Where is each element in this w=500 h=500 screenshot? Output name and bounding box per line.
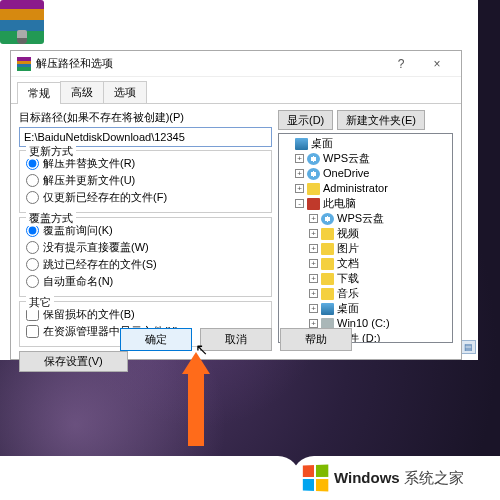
windows-logo-icon <box>303 464 328 491</box>
tree-label: 视频 <box>337 226 359 241</box>
cloud-icon <box>307 153 320 165</box>
expander-icon[interactable]: + <box>309 214 318 223</box>
overwrite-opt-skip[interactable]: 跳过已经存在的文件(S) <box>26 256 265 273</box>
expander-icon[interactable]: + <box>295 169 304 178</box>
ok-button[interactable]: 确定 <box>120 328 192 351</box>
winrar-icon <box>17 57 31 71</box>
tree-label: 文档 <box>337 256 359 271</box>
folder-icon <box>321 228 334 240</box>
folder-icon <box>307 183 320 195</box>
watermark-bar: Windows 系统之家 <box>292 456 500 500</box>
expander-icon[interactable]: + <box>309 244 318 253</box>
tree-label: WPS云盘 <box>337 211 384 226</box>
expander-icon[interactable]: + <box>309 274 318 283</box>
help-button[interactable]: 帮助 <box>280 328 352 351</box>
desktop-icon <box>321 303 334 315</box>
tree-item[interactable]: +OneDrive <box>281 166 450 181</box>
tree-label: 图片 <box>337 241 359 256</box>
folder-icon <box>321 273 334 285</box>
tree-item[interactable]: +音乐 <box>281 286 450 301</box>
expander-icon[interactable]: + <box>309 259 318 268</box>
radio[interactable] <box>26 258 39 271</box>
tree-item[interactable]: +视频 <box>281 226 450 241</box>
overwrite-opt-force[interactable]: 没有提示直接覆盖(W) <box>26 239 265 256</box>
cursor-icon: ↖ <box>195 340 208 359</box>
expander-icon[interactable]: + <box>309 319 318 328</box>
tree-label: 桌面 <box>337 301 359 316</box>
extract-dialog: 解压路径和选项 ? × 常规 高级 选项 目标路径(如果不存在将被创建)(P) … <box>10 50 462 360</box>
group-title: 其它 <box>26 295 54 310</box>
tree-item[interactable]: +下载 <box>281 271 450 286</box>
pc-red-icon <box>307 198 320 210</box>
update-mode-group: 更新方式 解压并替换文件(R) 解压并更新文件(U) 仅更新已经存在的文件(F) <box>19 150 272 213</box>
watermark-text: Windows 系统之家 <box>334 469 464 488</box>
tree-item[interactable]: +桌面 <box>281 301 450 316</box>
tree-item[interactable]: +WPS云盘 <box>281 151 450 166</box>
tree-item[interactable]: +WPS云盘 <box>281 211 450 226</box>
cloud-icon <box>321 213 334 225</box>
tree-label: WPS云盘 <box>323 151 370 166</box>
folder-icon <box>321 288 334 300</box>
tree-label: 桌面 <box>311 136 333 151</box>
tab-general[interactable]: 常规 <box>17 82 61 104</box>
expander-icon[interactable]: + <box>309 289 318 298</box>
tree-label: 音乐 <box>337 286 359 301</box>
display-button[interactable]: 显示(D) <box>278 110 333 130</box>
radio[interactable] <box>26 275 39 288</box>
tree-item[interactable]: -此电脑 <box>281 196 450 211</box>
group-title: 覆盖方式 <box>26 211 76 226</box>
close-button[interactable]: × <box>419 53 455 75</box>
tab-bar: 常规 高级 选项 <box>11 77 461 104</box>
tree-item[interactable]: 桌面 <box>281 136 450 151</box>
misc-keep-broken[interactable]: 保留损坏的文件(B) <box>26 306 265 323</box>
winrar-icon[interactable] <box>0 0 44 44</box>
expander-icon[interactable]: - <box>295 199 304 208</box>
view-icon[interactable]: ▤ <box>460 340 476 354</box>
tree-item[interactable]: +图片 <box>281 241 450 256</box>
tree-item[interactable]: +文档 <box>281 256 450 271</box>
group-title: 更新方式 <box>26 144 76 159</box>
new-folder-button[interactable]: 新建文件夹(E) <box>337 110 425 130</box>
folder-tree[interactable]: 桌面+WPS云盘+OneDrive+Administrator-此电脑+WPS云… <box>278 133 453 343</box>
tree-label: 此电脑 <box>323 196 356 211</box>
overwrite-mode-group: 覆盖方式 覆盖前询问(K) 没有提示直接覆盖(W) 跳过已经存在的文件(S) 自… <box>19 217 272 297</box>
watermark-bar <box>0 456 300 500</box>
update-opt-fresh[interactable]: 仅更新已经存在的文件(F) <box>26 189 265 206</box>
radio[interactable] <box>26 241 39 254</box>
titlebar[interactable]: 解压路径和选项 ? × <box>11 51 461 77</box>
tree-item[interactable]: +Administrator <box>281 181 450 196</box>
tree-label: Administrator <box>323 181 388 196</box>
folder-icon <box>321 243 334 255</box>
cancel-button[interactable]: 取消 <box>200 328 272 351</box>
tree-label: 下载 <box>337 271 359 286</box>
tree-label: OneDrive <box>323 166 369 181</box>
expander-icon[interactable]: + <box>295 154 304 163</box>
update-opt-update[interactable]: 解压并更新文件(U) <box>26 172 265 189</box>
save-settings-button[interactable]: 保存设置(V) <box>19 351 128 372</box>
expander-icon[interactable]: + <box>295 184 304 193</box>
folder-icon <box>321 258 334 270</box>
expander-icon[interactable]: + <box>309 304 318 313</box>
cloud-icon <box>307 168 320 180</box>
expander-icon[interactable]: + <box>309 229 318 238</box>
tab-advanced[interactable]: 高级 <box>60 81 104 103</box>
desktop-icon <box>295 138 308 150</box>
annotation-arrow <box>182 352 210 446</box>
path-label: 目标路径(如果不存在将被创建)(P) <box>19 110 272 125</box>
help-button[interactable]: ? <box>383 53 419 75</box>
radio[interactable] <box>26 191 39 204</box>
overwrite-opt-rename[interactable]: 自动重命名(N) <box>26 273 265 290</box>
dialog-title: 解压路径和选项 <box>36 56 383 71</box>
tab-options[interactable]: 选项 <box>103 81 147 103</box>
radio[interactable] <box>26 174 39 187</box>
